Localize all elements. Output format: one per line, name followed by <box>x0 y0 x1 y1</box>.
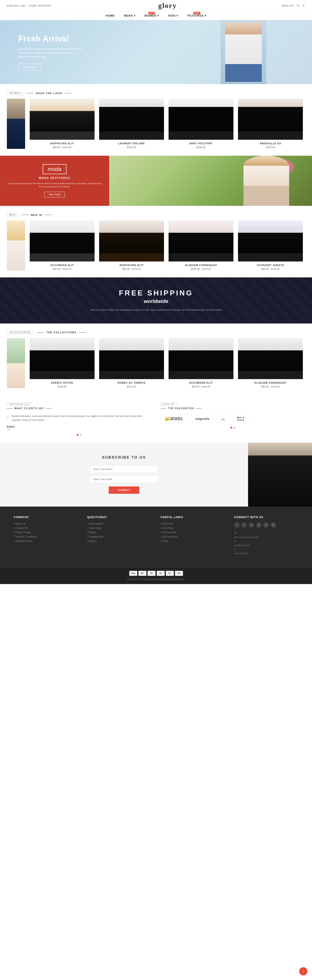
product-image[interactable] <box>30 338 94 379</box>
brand-logo-beer[interactable]: Beer &Sound <box>233 414 248 423</box>
product-image[interactable] <box>238 220 303 261</box>
women-product-section: ADIPISCING ELIT $90.00 $100.00 LAOREET D… <box>0 99 312 156</box>
language-currency[interactable]: ENGLISH / USD <box>7 4 26 7</box>
men-section-tag: MEN <box>7 213 18 217</box>
product-card: ACCUMSAN ELIT $90.00 $100.00 <box>168 338 234 388</box>
product-image[interactable] <box>99 220 164 261</box>
nav-home[interactable]: HOME <box>106 14 115 18</box>
footer-link-contact[interactable]: Contact Us <box>15 527 28 529</box>
linkedin-icon[interactable]: in <box>263 522 269 528</box>
payment-ae: AE <box>157 571 165 576</box>
subscribe-name-input[interactable] <box>90 465 158 473</box>
brand-logo-bike[interactable]: 🚲 <box>218 415 229 423</box>
product-image[interactable] <box>30 99 94 140</box>
moda-title: MODA SEVİYORUZ <box>39 177 70 180</box>
payment-icons: VISA MC PP AE DC CB <box>14 571 298 576</box>
dot-active[interactable] <box>230 427 232 429</box>
footer-company-column: Company About Us Contact Us Privacy Poli… <box>14 515 78 556</box>
current-price: $80.00 <box>261 385 269 388</box>
dot[interactable] <box>80 434 82 436</box>
product-image[interactable] <box>238 338 303 379</box>
footer-link-size-chart[interactable]: Size Chart <box>162 527 174 529</box>
google-plus-icon[interactable]: G+ <box>270 522 276 528</box>
nav-kids[interactable]: KIDS ▾ <box>168 14 178 18</box>
accessories-section-header: ACCESSORIES THE COLLECTIONS <box>0 323 312 338</box>
testimonial-author: RAKS <box>7 425 152 428</box>
nav-mens[interactable]: MENS ▾ <box>124 14 136 18</box>
shop-by-title: TOP FAVOURITES <box>160 407 305 410</box>
product-image[interactable] <box>99 338 164 379</box>
nav-features[interactable]: NEW FEATURES ▾ <box>187 14 206 18</box>
brand-logo[interactable]: glory <box>158 2 177 10</box>
hero-model-image <box>221 20 266 84</box>
testimonials-title: WHAT CLIENTS SAY <box>7 407 152 410</box>
product-price: $90.00 $100.00 <box>99 267 164 270</box>
pinterest-icon[interactable]: p <box>256 522 261 528</box>
google-icon[interactable]: g <box>249 522 254 528</box>
product-price: $95.00 $100.00 <box>238 267 303 270</box>
twitter-icon[interactable]: t <box>242 522 247 528</box>
men-sidebar <box>7 220 27 270</box>
footer-link-history[interactable]: History <box>89 539 96 542</box>
footer-link-about[interactable]: About Us <box>15 522 26 525</box>
footer-link-track[interactable]: Track Order <box>89 527 102 529</box>
old-price: $100.00 <box>62 146 72 149</box>
facebook-icon[interactable]: f <box>234 522 240 528</box>
product-image[interactable] <box>99 99 164 140</box>
footer-link-support-centre[interactable]: Support Centre <box>15 539 32 542</box>
brand-logo-magnolia[interactable]: magnolia <box>192 415 213 423</box>
product-image[interactable] <box>168 220 234 261</box>
nav-badge-new: NEW <box>194 12 200 14</box>
testimonial-quote: Aenean sollicitudin, lorem quis bibendum… <box>7 414 152 422</box>
footer-link-account[interactable]: Our Account <box>162 531 176 534</box>
accessories-section-tag: ACCESSORIES <box>7 330 34 335</box>
login-register[interactable]: LOGIN / REGISTER <box>28 4 51 7</box>
product-name: ANDOUILLE EU <box>238 142 303 145</box>
footer-company-title: Company <box>14 515 78 519</box>
payment-pp: PP <box>147 571 155 576</box>
moda-detail-button[interactable]: More Detail <box>44 192 65 197</box>
testimonial-dots <box>7 434 152 436</box>
top-bar: ENGLISH / USD LOGIN / REGISTER glory WIS… <box>0 0 312 11</box>
current-price: $101.00 <box>127 385 136 388</box>
product-image[interactable] <box>30 220 94 261</box>
moda-right-panel <box>109 156 312 206</box>
footer-useful-title: Useful Links <box>160 515 225 519</box>
footer-link-locations[interactable]: Our Locations <box>162 535 178 538</box>
footer-link-privacy[interactable]: Privacy Policy <box>15 531 31 534</box>
footer-connect-title: Connect With Us <box>234 515 299 519</box>
payment-visa: VISA <box>129 571 137 576</box>
social-icons: f t g p in G+ <box>234 522 299 528</box>
product-price: $90.00 $100.00 <box>168 385 234 388</box>
product-price: $100.00 <box>238 146 303 149</box>
accessories-products-grid: EXERCI TATION $100.00 DONEC AC TEMPUS $1… <box>27 338 305 388</box>
product-price: $305.00 $100.00 <box>168 267 234 270</box>
footer-link-gift-cards[interactable]: Gift Cards <box>162 522 174 525</box>
dot-active[interactable] <box>77 434 78 436</box>
free-shipping-subtitle: worldwide <box>7 298 305 304</box>
product-image[interactable] <box>168 338 234 379</box>
wishlist-link[interactable]: WISH LIST <box>282 4 294 7</box>
footer-link-shipping[interactable]: Shipping Info <box>89 535 103 538</box>
footer-link-faqs[interactable]: FAQs <box>162 539 168 542</box>
product-price: $101.00 <box>99 385 164 388</box>
product-image[interactable] <box>238 99 303 140</box>
subscribe-submit-button[interactable]: SUBMIT <box>109 487 139 494</box>
footer-link-return[interactable]: Return <box>89 531 96 534</box>
payment-dc: DC <box>166 571 174 576</box>
subscribe-email-input[interactable] <box>90 475 158 483</box>
moda-left-panel: moda MODA SEVİYORUZ Lorem Ipsum generato… <box>0 156 109 206</box>
main-nav: HOME MENS ▾ HOT WOMEN ▾ KIDS ▾ NEW FEATU… <box>0 11 312 20</box>
hero-buy-now-button[interactable]: BUY NOW <box>18 64 42 70</box>
hero-title: Fresh Arrival <box>18 34 82 43</box>
footer-link-terms[interactable]: Terms & Conditions <box>15 535 37 538</box>
search-icon[interactable]: 🔍 <box>296 4 300 7</box>
men-products-grid: ACCUMSAN ELIT $90.00 $100.00 ADIPISCING … <box>27 220 305 270</box>
dot[interactable] <box>234 427 235 429</box>
brand-logo-jewel[interactable]: 👑JEWEL <box>160 414 187 423</box>
cart-icon[interactable]: 🛒 <box>302 4 305 7</box>
product-image[interactable] <box>168 99 234 140</box>
footer-link-help[interactable]: Help Support <box>89 522 103 525</box>
product-card: ALIQUAM CONSEQUAT $305.00 $100.00 <box>168 220 234 270</box>
nav-women[interactable]: HOT WOMEN ▾ <box>145 14 159 18</box>
